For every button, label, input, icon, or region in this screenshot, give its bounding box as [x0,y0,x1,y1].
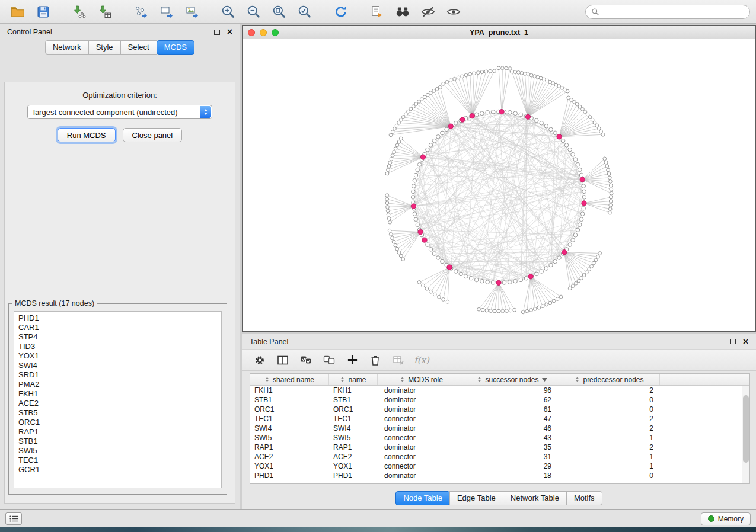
function-builder-button[interactable]: f(x) [414,353,429,367]
network-node[interactable] [497,309,500,313]
network-node[interactable] [391,236,394,240]
network-node[interactable] [397,140,401,144]
run-mcds-button[interactable]: Run MCDS [58,128,116,142]
network-node[interactable] [436,256,441,260]
network-titlebar[interactable]: YPA_prune.txt_1 [243,26,755,39]
network-node[interactable] [411,196,415,200]
hide-graphics-button[interactable] [416,3,440,21]
network-node[interactable] [426,243,430,247]
network-node[interactable] [582,190,586,194]
network-node[interactable] [441,259,445,264]
network-node[interactable] [573,158,578,162]
network-node[interactable] [391,130,394,134]
select-all-columns-button[interactable] [299,353,313,367]
network-node[interactable] [500,66,504,70]
create-column-button[interactable] [345,353,359,367]
network-node[interactable] [442,298,445,302]
network-node[interactable] [449,79,452,82]
network-node[interactable] [481,308,484,312]
network-node[interactable] [387,165,391,168]
network-node[interactable] [552,299,556,303]
network-node[interactable] [577,279,580,283]
network-node[interactable] [442,82,445,86]
network-node[interactable] [549,263,553,267]
network-node[interactable] [608,211,612,214]
zoom-in-button[interactable] [216,3,240,21]
network-node[interactable] [592,261,595,265]
scrollbar-thumb[interactable] [743,395,749,463]
network-node[interactable] [579,217,583,222]
network-node[interactable] [599,130,603,133]
network-node[interactable] [389,133,393,137]
network-node[interactable] [519,113,523,117]
network-node[interactable] [485,309,489,312]
dominator-node[interactable] [496,280,501,285]
network-node[interactable] [570,98,573,102]
network-node[interactable] [388,161,392,165]
export-image-button[interactable] [180,3,204,21]
zoom-out-button[interactable] [242,3,266,21]
network-node[interactable] [557,256,562,260]
network-node[interactable] [505,309,509,313]
network-node[interactable] [388,220,392,224]
window-minimize-icon[interactable] [260,29,267,36]
network-node[interactable] [533,307,537,311]
network-node[interactable] [417,162,422,166]
list-item[interactable]: YOX1 [18,351,217,361]
network-node[interactable] [385,172,389,175]
network-node[interactable] [491,281,495,285]
network-node[interactable] [473,72,476,75]
table-row[interactable]: SWI4SWI4dominator462 [250,424,742,433]
network-node[interactable] [414,173,418,177]
network-node[interactable] [417,281,421,284]
network-node[interactable] [553,259,557,264]
network-node[interactable] [445,81,449,84]
network-node[interactable] [571,284,575,288]
table-row[interactable]: TEC1TEC1connector472 [250,414,742,424]
table-row[interactable]: YOX1YOX1connector291 [250,462,742,471]
network-node[interactable] [399,137,403,140]
network-node[interactable] [412,190,416,194]
network-node[interactable] [429,91,432,95]
network-node[interactable] [414,217,418,222]
network-node[interactable] [389,233,393,236]
network-node[interactable] [386,209,390,213]
network-node[interactable] [446,300,449,303]
network-node[interactable] [412,105,415,108]
network-node[interactable] [537,306,541,309]
network-node[interactable] [476,71,480,75]
network-node[interactable] [387,168,390,172]
dominator-node[interactable] [557,134,562,139]
network-node[interactable] [454,121,458,126]
network-node[interactable] [513,279,518,283]
network-node[interactable] [454,270,458,274]
close-panel-icon[interactable]: × [227,28,232,36]
network-node[interactable] [556,297,559,301]
list-item[interactable]: FKH1 [18,389,217,399]
manage-networks-button[interactable] [365,3,389,21]
dominator-node[interactable] [525,114,530,119]
network-node[interactable] [395,247,399,251]
table-row[interactable]: FKH1FKH1dominator962 [250,386,742,395]
network-node[interactable] [568,243,572,247]
tab-network[interactable]: Network [45,40,89,55]
network-node[interactable] [469,276,473,280]
network-node[interactable] [508,67,512,70]
network-node[interactable] [601,133,605,136]
tab-motifs[interactable]: Motifs [566,491,602,505]
network-node[interactable] [533,75,537,78]
network-node[interactable] [387,213,390,217]
list-item[interactable]: STB1 [18,437,217,446]
network-node[interactable] [573,233,578,237]
list-item[interactable]: PHD1 [18,313,217,323]
network-node[interactable] [544,124,548,129]
network-node[interactable] [582,196,586,200]
table-settings-button[interactable] [253,353,267,367]
close-table-panel-icon[interactable]: × [743,338,748,345]
dominator-node[interactable] [470,113,474,118]
network-node[interactable] [535,272,539,276]
tab-style[interactable]: Style [88,40,121,55]
network-node[interactable] [386,205,390,209]
export-network-button[interactable] [129,3,153,21]
network-node[interactable] [425,287,429,290]
